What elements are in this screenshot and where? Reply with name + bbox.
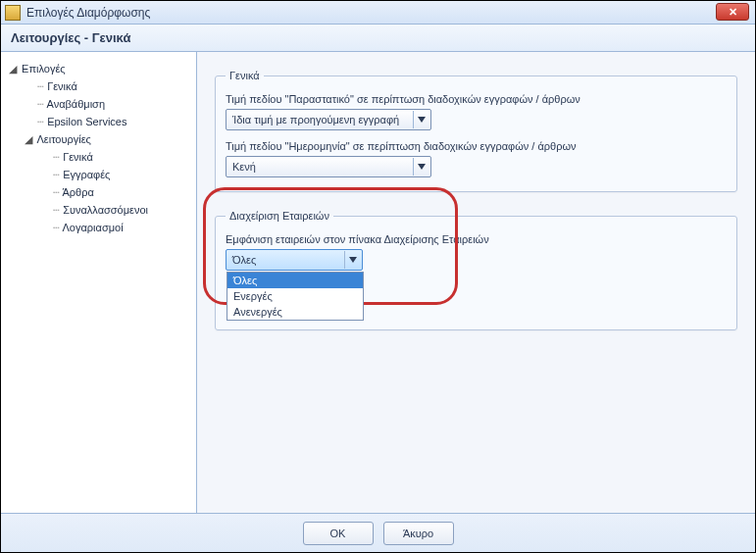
titlebar: Επιλογές Διαμόρφωσης ✕: [1, 1, 755, 25]
field-label-doc: Τιμή πεδίου "Παραστατικό" σε περίπτωση δ…: [226, 93, 727, 105]
dropdown-option-active[interactable]: Ενεργές: [227, 288, 363, 304]
combo-doc-value[interactable]: Ίδια τιμή με προηγούμενη εγγραφή: [226, 109, 431, 130]
button-label: Άκυρο: [403, 528, 433, 539]
group-legend: Διαχείριση Εταιρειών: [226, 210, 333, 222]
cancel-button[interactable]: Άκυρο: [383, 522, 454, 545]
footer: OK Άκυρο: [1, 513, 755, 552]
tree-item-accounts[interactable]: ┄ Λογαριασμοί: [40, 219, 192, 236]
expander-icon[interactable]: ◢: [25, 130, 34, 148]
chevron-down-icon: [413, 158, 428, 176]
tree-item-articles[interactable]: ┄ Άρθρα: [40, 183, 192, 201]
tree-item-func-general[interactable]: ┄ Γενικά: [40, 148, 192, 166]
dropdown-option-all[interactable]: Όλες: [227, 273, 363, 288]
page-title: Λειτουργίες - Γενικά: [11, 30, 130, 45]
tree-item-parties[interactable]: ┄ Συναλλασσόμενοι: [40, 201, 192, 219]
tree-item-general[interactable]: ┄ Γενικά: [25, 77, 192, 95]
chevron-down-icon: [344, 251, 360, 269]
page-header: Λειτουργίες - Γενικά: [1, 25, 755, 52]
tree-item-epsilon-services[interactable]: ┄ Epsilon Services: [25, 113, 192, 130]
tree-node-functions[interactable]: ◢ Λειτουργίες ┄ Γενικά ┄ Εγγραφές: [25, 130, 192, 236]
ok-button[interactable]: OK: [303, 522, 374, 545]
combo-text: Κενή: [232, 161, 413, 173]
main-panel: Γενικά Τιμή πεδίου "Παραστατικό" σε περί…: [197, 52, 755, 513]
combo-company-filter[interactable]: Όλες Όλες Ενεργές Ανενεργές: [226, 249, 363, 271]
app-icon: [5, 5, 21, 21]
tree-item-upgrade[interactable]: ┄ Αναβάθμιση: [25, 95, 192, 113]
dropdown-option-inactive[interactable]: Ανενεργές: [227, 304, 363, 320]
nav-tree: ◢ Επιλογές ┄ Γενικά ┄ Αναβάθμιση ┄ Epsil…: [5, 60, 192, 236]
button-label: OK: [330, 528, 346, 539]
close-icon: ✕: [729, 6, 737, 19]
content-area: ◢ Επιλογές ┄ Γενικά ┄ Αναβάθμιση ┄ Epsil…: [1, 52, 755, 513]
tree-label[interactable]: Λειτουργίες: [36, 133, 90, 145]
window-title: Επιλογές Διαμόρφωσης: [26, 6, 150, 20]
tree-node-options[interactable]: ◢ Επιλογές ┄ Γενικά ┄ Αναβάθμιση ┄ Epsil…: [9, 60, 192, 236]
group-general: Γενικά Τιμή πεδίου "Παραστατικό" σε περί…: [215, 70, 737, 192]
field-label-companies: Εμφάνιση εταιρειών στον πίνακα Διαχείρισ…: [226, 233, 727, 245]
tree-label[interactable]: Επιλογές: [22, 63, 66, 75]
group-company-management: Διαχείριση Εταιρειών Εμφάνιση εταιρειών …: [215, 210, 737, 330]
combo-text: Όλες: [232, 254, 344, 266]
field-label-date: Τιμή πεδίου "Ημερομηνία" σε περίπτωση δι…: [226, 140, 727, 152]
combo-text: Ίδια τιμή με προηγούμενη εγγραφή: [232, 114, 413, 126]
sidebar: ◢ Επιλογές ┄ Γενικά ┄ Αναβάθμιση ┄ Epsil…: [1, 52, 197, 513]
chevron-down-icon: [413, 111, 428, 128]
dropdown-list: Όλες Ενεργές Ανενεργές: [227, 272, 364, 321]
group-legend: Γενικά: [226, 70, 264, 81]
combo-date-value[interactable]: Κενή: [226, 156, 431, 177]
close-button[interactable]: ✕: [716, 3, 749, 21]
expander-icon[interactable]: ◢: [9, 60, 19, 77]
tree-item-records[interactable]: ┄ Εγγραφές: [40, 166, 192, 183]
